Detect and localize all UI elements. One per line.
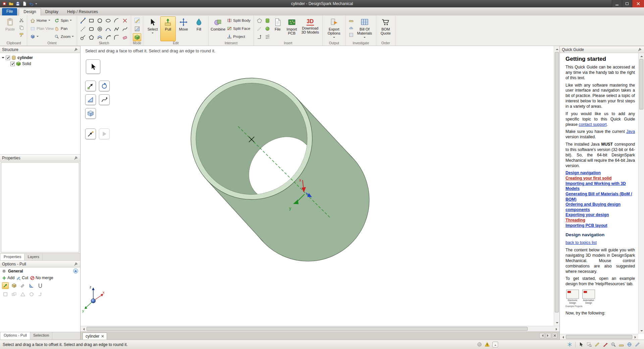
download-3d-models-button[interactable]: 3D Download 3D Models xyxy=(300,16,321,41)
sketch-tangent-line-icon[interactable] xyxy=(79,33,87,42)
ruler-icon[interactable] xyxy=(348,17,354,23)
move-button[interactable]: Move xyxy=(176,16,191,41)
copy-icon[interactable] xyxy=(18,24,24,31)
link-generating-bom[interactable]: Generating Bill of Materials (BoM / BOM) xyxy=(566,192,635,202)
insert-axis-icon[interactable] xyxy=(256,33,264,41)
document-tab-close-icon[interactable] xyxy=(101,335,104,338)
bill-of-materials-button[interactable]: Bill Of Materials xyxy=(355,16,374,41)
example-project-thumb-1[interactable]: Electronic Design xyxy=(566,290,580,304)
insert-plane-icon[interactable] xyxy=(256,16,264,24)
grid-sheet-icon[interactable] xyxy=(348,32,354,38)
sketch-circle-icon[interactable] xyxy=(96,16,104,25)
solid-mode-button[interactable] xyxy=(133,33,141,41)
pin-icon[interactable] xyxy=(74,47,78,52)
bom-quote-button[interactable]: BOM Quote xyxy=(378,16,393,41)
zoom-button[interactable]: Zoom xyxy=(53,33,75,41)
pull-full-option-button[interactable] xyxy=(37,282,44,289)
sketch-sweep-arc-icon[interactable] xyxy=(104,33,112,42)
sketch-concentric-circle-icon[interactable] xyxy=(96,25,104,33)
draft-tool-button[interactable] xyxy=(85,94,96,105)
open-folder-icon[interactable] xyxy=(8,1,14,6)
select-tool-button[interactable] xyxy=(86,59,100,74)
link-importing-pcb[interactable]: Importing PCB layout xyxy=(566,223,635,229)
pull-default-option-button[interactable] xyxy=(2,282,9,289)
pull-option-disabled-3[interactable] xyxy=(19,291,26,298)
tab-scroll-left-icon[interactable] xyxy=(539,333,545,338)
home-view-button[interactable]: Home xyxy=(29,16,53,24)
pan-button[interactable]: Pan xyxy=(53,24,75,33)
insert-helix-icon[interactable] xyxy=(264,33,272,41)
scroll-down-icon[interactable] xyxy=(554,320,560,326)
collapse-section-icon[interactable] xyxy=(73,268,78,273)
tab-list-close-icon[interactable] xyxy=(552,333,557,338)
sketch-fillet-icon[interactable] xyxy=(112,33,121,42)
plan-view-button[interactable]: Plan View xyxy=(29,24,53,33)
combine-button[interactable]: Combine xyxy=(210,16,226,41)
view-orientation-button[interactable] xyxy=(29,33,53,41)
pull-option-disabled-5[interactable] xyxy=(37,291,44,298)
sketch-polyline-icon[interactable] xyxy=(112,25,121,33)
up-to-tool-button[interactable] xyxy=(85,129,96,139)
project-button[interactable]: Project xyxy=(226,33,252,41)
scroll-left-icon[interactable] xyxy=(80,326,86,332)
link-exporting-design[interactable]: Exporting your design xyxy=(566,212,635,218)
protractor-icon[interactable] xyxy=(348,24,354,31)
select-mode-icon[interactable] xyxy=(579,342,584,347)
sketch-arc-icon[interactable] xyxy=(112,16,121,25)
cut-icon[interactable] xyxy=(18,17,24,23)
tab-file[interactable]: File xyxy=(2,8,17,15)
cylinder-solid[interactable] xyxy=(191,78,369,261)
java-link[interactable]: Java xyxy=(626,129,635,134)
pull-option-disabled-4[interactable] xyxy=(28,291,35,298)
new-document-icon[interactable] xyxy=(22,1,27,6)
scroll-up-icon[interactable] xyxy=(554,46,560,52)
scroll-right-icon[interactable] xyxy=(633,334,638,340)
example-project-thumb-2[interactable]: Automation Design xyxy=(582,290,596,304)
insert-cylinder-icon[interactable] xyxy=(264,16,272,24)
minimize-button[interactable] xyxy=(612,0,622,7)
globe-icon[interactable] xyxy=(627,342,632,347)
sketch-polygon-icon[interactable] xyxy=(87,33,96,42)
insert-sketch-line-icon[interactable] xyxy=(256,24,264,33)
sketch-rounded-rectangle-icon[interactable] xyxy=(87,25,96,33)
quick-guide-horizontal-scrollbar[interactable] xyxy=(560,334,638,340)
spin-button[interactable]: Spin xyxy=(53,16,75,24)
link-creating-first-solid[interactable]: Creating your first solid xyxy=(566,176,635,181)
scroll-left-icon[interactable] xyxy=(560,334,566,340)
link-ordering-buying[interactable]: Ordering and Buying design components xyxy=(566,202,635,212)
pull-direction-option-button[interactable] xyxy=(11,282,17,289)
quick-guide-vertical-scrollbar[interactable] xyxy=(638,53,644,334)
zoom-in-icon[interactable] xyxy=(611,342,616,347)
vertical-scroll-thumb[interactable] xyxy=(639,59,643,109)
pull-arrow-tool-button[interactable] xyxy=(85,81,96,91)
pull-button[interactable]: Pull xyxy=(160,16,176,41)
tab-selection[interactable]: Selection xyxy=(30,332,52,340)
pull-no-merge-option[interactable]: No merge xyxy=(30,276,53,280)
back-to-topics-link[interactable]: back to topics list xyxy=(566,240,597,245)
close-button[interactable] xyxy=(632,0,644,7)
sketch-mode-button[interactable] xyxy=(133,16,141,24)
sketch-eraser-icon[interactable] xyxy=(121,33,129,42)
tree-item-solid[interactable]: Solid xyxy=(22,61,31,66)
3d-canvas[interactable]: Select and drag a face to offset it. Sel… xyxy=(80,46,554,326)
scroll-down-icon[interactable] xyxy=(639,328,644,334)
maximize-button[interactable] xyxy=(622,0,632,7)
snap-icon[interactable] xyxy=(567,342,572,347)
zoom-window-icon[interactable] xyxy=(587,342,592,347)
link-threading[interactable]: Threading xyxy=(566,218,635,223)
quick-access-dropdown-icon[interactable] xyxy=(35,3,37,5)
tab-scroll-right-icon[interactable] xyxy=(546,333,551,338)
tree-expander-icon[interactable] xyxy=(2,57,4,60)
split-body-button[interactable]: Split Body xyxy=(226,16,252,24)
insert-file-button[interactable]: File xyxy=(272,16,284,41)
pull-cut-option[interactable]: Cut xyxy=(16,276,28,280)
tree-item-cylinder[interactable]: cylinder xyxy=(17,55,33,60)
highlight-brush-icon[interactable] xyxy=(603,342,608,347)
save-icon[interactable] xyxy=(15,1,20,6)
sketch-ellipse-icon[interactable] xyxy=(104,16,112,25)
sketch-trim-icon[interactable] xyxy=(121,16,129,25)
cylinder-checkbox[interactable] xyxy=(6,56,10,60)
format-painter-icon[interactable] xyxy=(18,32,24,38)
sketch-rectangle-icon[interactable] xyxy=(87,16,96,25)
sketch-construction-line-icon[interactable] xyxy=(79,25,87,33)
